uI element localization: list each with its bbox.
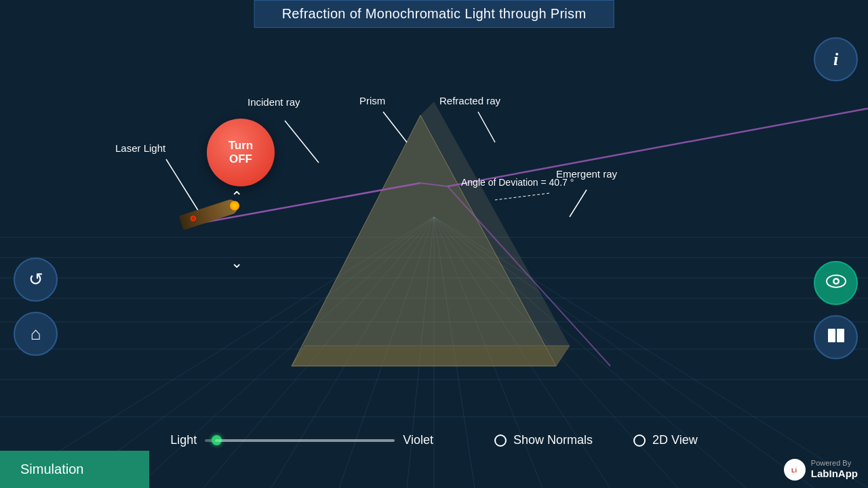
info-button[interactable]: i	[814, 37, 858, 81]
show-normals-label: Show Normals	[513, 433, 593, 447]
info-icon: i	[833, 49, 838, 70]
refresh-button[interactable]: ↺	[14, 258, 58, 302]
refracted-ray-text: Refracted ray	[439, 95, 500, 106]
powered-text: Powered By LabInApp	[811, 459, 858, 480]
laser-light-label: Laser Light	[115, 142, 165, 154]
laser-light-text: Laser Light	[115, 142, 165, 154]
prism-label: Prism	[359, 95, 385, 106]
show-normals-radio[interactable]	[494, 434, 507, 447]
laser-controls: ⌃ ⌄	[231, 190, 243, 270]
book-button[interactable]	[814, 315, 858, 359]
footer: Simulation Li Powered By LabInApp	[0, 451, 868, 488]
page-title: Refraction of Monochromatic Light throug…	[254, 0, 614, 28]
eye-button[interactable]	[814, 261, 858, 305]
turn-off-button[interactable]: TurnOFF	[207, 119, 275, 186]
eye-icon	[826, 274, 846, 292]
bottom-controls: Light Violet Show Normals 2D View	[0, 433, 868, 447]
svg-rect-40	[828, 329, 835, 342]
svg-marker-25	[292, 346, 570, 366]
book-icon	[827, 327, 846, 348]
view-2d-label: 2D View	[652, 433, 698, 447]
title-text: Refraction of Monochromatic Light throug…	[282, 6, 587, 21]
refresh-icon: ↺	[28, 269, 43, 290]
incident-ray-label: Incident ray	[248, 96, 300, 108]
violet-label: Violet	[403, 433, 433, 447]
light-slider-track	[205, 439, 395, 442]
turn-off-label: TurnOFF	[229, 139, 254, 167]
angle-deviation-text: Angle of Deviation = 40.7 °	[461, 177, 574, 188]
simulation-text: Simulation	[20, 462, 83, 477]
powered-by-label: Powered By	[811, 459, 858, 468]
home-button[interactable]: ⌂	[14, 312, 58, 356]
prism-text: Prism	[359, 95, 385, 106]
brand-name: LabInApp	[811, 468, 858, 480]
light-label: Light	[170, 433, 197, 447]
laser-up-button[interactable]: ⌃	[231, 190, 243, 205]
svg-point-39	[834, 279, 837, 283]
svg-rect-41	[837, 329, 844, 342]
angle-deviation-label: Angle of Deviation = 40.7 °	[461, 177, 574, 188]
labinapp-logo: Li	[784, 459, 806, 481]
laser-down-button[interactable]: ⌄	[231, 256, 243, 270]
show-normals-group: Show Normals	[494, 433, 593, 447]
left-controls: ↺ ⌂	[14, 258, 58, 356]
incident-ray-text: Incident ray	[248, 96, 300, 108]
light-slider-group: Light Violet	[170, 433, 433, 447]
view-2d-radio[interactable]	[633, 434, 646, 447]
refracted-ray-label: Refracted ray	[439, 95, 500, 106]
home-icon: ⌂	[31, 323, 41, 344]
view-2d-group: 2D View	[633, 433, 698, 447]
simulation-label: Simulation	[0, 451, 149, 488]
svg-text:Li: Li	[791, 467, 797, 474]
powered-by-section: Li Powered By LabInApp	[784, 459, 858, 481]
